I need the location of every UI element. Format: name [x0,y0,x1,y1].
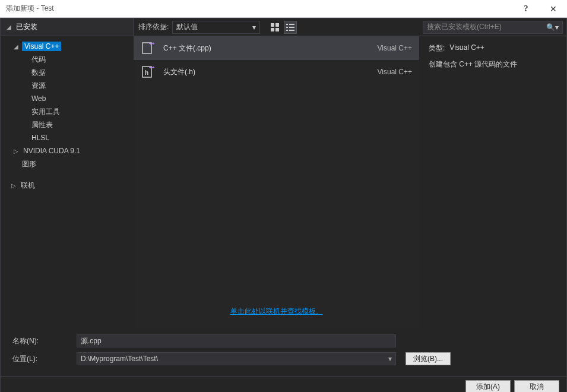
template-item[interactable]: h++头文件(.h)Visual C++ [134,60,419,84]
template-item[interactable]: ++C++ 文件(.cpp)Visual C++ [134,36,419,60]
collapse-icon: ◢ [7,24,12,30]
name-label: 名称(N): [12,336,72,346]
search-area: 搜索已安装模板(Ctrl+E) 🔍▾ [419,18,566,36]
tree-label: Visual C++ [22,42,61,51]
svg-rect-1 [275,23,279,27]
tree-item[interactable]: 图形 [1,157,134,170]
svg-rect-2 [271,28,274,31]
tree-item[interactable]: 属性表 [1,118,134,131]
dialog-body: ◢ 已安装 排序依据: 默认值 ▾ 搜索已安装模板(Ctrl+E) 🔍▾ [0,18,567,392]
tree-label: 代码 [30,54,47,65]
dialog-buttons: 添加(A) 取消 [1,376,566,392]
category-tree: ◢Visual C++代码数据资源Web实用工具属性表HLSL▷NVIDIA C… [1,36,134,328]
view-toggles [268,21,297,34]
detail-type-value: Visual C++ [449,43,484,53]
tree-item[interactable]: 实用工具 [1,105,134,118]
tree-item[interactable]: 资源 [1,79,134,92]
tree-item[interactable]: 数据 [1,66,134,79]
search-placeholder: 搜索已安装模板(Ctrl+E) [427,22,502,32]
tree-item[interactable]: Web [1,92,134,105]
installed-header[interactable]: ◢ 已安装 [1,18,134,36]
name-value: 源.cpp [81,336,102,346]
location-input[interactable]: D:\Myprogram\Test\Test\ ▾ [77,352,396,365]
sort-value: 默认值 [176,22,198,32]
search-input[interactable]: 搜索已安装模板(Ctrl+E) 🔍▾ [423,21,563,34]
online-templates-link[interactable]: 单击此处以联机并查找模板。 [134,301,419,323]
browse-button[interactable]: 浏览(B)... [406,352,451,365]
svg-rect-4 [286,24,288,25]
chevron-down-icon: ▾ [252,23,256,31]
template-name: C++ 文件(.cpp) [163,43,369,53]
name-input[interactable]: 源.cpp [77,334,396,347]
svg-rect-5 [289,24,294,25]
location-label: 位置(L): [12,354,72,364]
svg-rect-0 [271,23,274,27]
view-list-button[interactable] [284,21,297,34]
chevron-down-icon: ▾ [388,355,392,363]
window-title: 添加新项 - Test [6,4,54,14]
sort-area: 排序依据: 默认值 ▾ [134,18,419,36]
template-list: ++C++ 文件(.cpp)Visual C++h++头文件(.h)Visual… [134,36,419,328]
svg-rect-6 [286,27,288,28]
top-toolbar: ◢ 已安装 排序依据: 默认值 ▾ 搜索已安装模板(Ctrl+E) 🔍▾ [1,18,566,36]
bottom-form: 名称(N): 源.cpp 位置(L): D:\Myprogram\Test\Te… [1,328,566,376]
svg-rect-8 [286,30,288,31]
collapse-icon: ◢ [14,43,20,50]
svg-text:++: ++ [149,65,155,70]
template-language: Visual C++ [378,68,412,76]
detail-description: 创建包含 C++ 源代码的文件 [429,59,557,69]
svg-rect-3 [275,28,279,31]
svg-rect-9 [289,30,294,31]
close-button[interactable]: ✕ [540,0,567,18]
installed-label: 已安装 [16,22,37,32]
tree-label: 数据 [30,67,47,78]
search-icon: 🔍▾ [546,23,559,31]
tree-label: Web [30,94,47,103]
tree-item[interactable]: ▷NVIDIA CUDA 9.1 [1,144,134,157]
detail-type-label: 类型: [429,43,445,53]
titlebar: 添加新项 - Test ? ✕ [0,0,567,18]
sort-label: 排序依据: [138,22,169,32]
location-value: D:\Myprogram\Test\Test\ [81,355,158,363]
expand-icon: ▷ [11,182,17,189]
tree-label: NVIDIA CUDA 9.1 [22,146,81,156]
tree-label: 实用工具 [30,106,61,118]
svg-text:h: h [145,69,148,76]
template-name: 头文件(.h) [163,67,369,77]
add-button[interactable]: 添加(A) [465,380,511,392]
expand-icon: ▷ [14,148,20,154]
tree-item[interactable]: ◢Visual C++ [1,40,134,53]
main-area: ◢Visual C++代码数据资源Web实用工具属性表HLSL▷NVIDIA C… [1,36,566,328]
detail-panel: 类型: Visual C++ 创建包含 C++ 源代码的文件 [419,36,566,328]
svg-rect-7 [289,27,294,28]
cancel-button[interactable]: 取消 [514,380,559,392]
h-file-icon: h++ [141,65,155,79]
sort-dropdown[interactable]: 默认值 ▾ [172,21,260,34]
view-medium-icons-button[interactable] [268,21,281,34]
tree-item[interactable]: 代码 [1,53,134,66]
tree-label: 资源 [30,80,47,91]
template-language: Visual C++ [378,44,412,52]
tree-label: 图形 [21,159,37,170]
tree-item-online[interactable]: ▷ 联机 [1,179,134,192]
help-button[interactable]: ? [512,0,540,18]
tree-label: 联机 [20,180,36,191]
tree-item[interactable]: HLSL [1,131,134,144]
tree-label: 属性表 [30,119,54,131]
titlebar-controls: ? ✕ [512,0,567,18]
svg-text:++: ++ [149,41,155,46]
cpp-file-icon: ++ [141,41,155,55]
tree-label: HLSL [30,133,50,143]
